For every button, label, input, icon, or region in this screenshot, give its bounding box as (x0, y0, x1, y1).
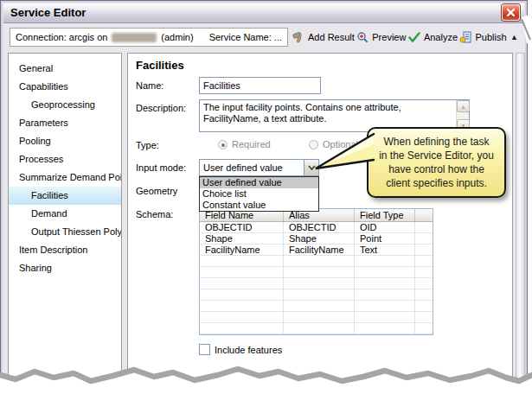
schema-table-body: OBJECTIDOBJECTIDOIDShapeShapePointFacili… (200, 222, 433, 334)
sidebar-item-parameters[interactable]: Parameters (9, 114, 121, 132)
dropdown-option[interactable]: User defined value (200, 177, 318, 188)
preview-label: Preview (372, 32, 406, 42)
table-cell: OBJECTID (200, 222, 284, 233)
table-row[interactable] (200, 256, 433, 267)
table-cell: Shape (200, 233, 284, 245)
table-row[interactable] (200, 289, 433, 301)
sidebar-item-processes[interactable]: Processes (9, 150, 121, 168)
table-row[interactable]: ShapeShapePoint (200, 233, 433, 245)
geometry-label: Geometry (136, 186, 177, 196)
dropdown-option[interactable]: Constant value (200, 200, 318, 211)
sidebar-item-general[interactable]: General (9, 60, 121, 78)
table-cell (415, 245, 433, 256)
table-cell (355, 267, 415, 278)
publish-doc-icon (459, 31, 471, 43)
scroll-up-icon[interactable]: ▲ (457, 100, 470, 112)
radio-selected-icon (218, 140, 228, 149)
table-cell (284, 301, 355, 312)
table-row[interactable] (200, 312, 433, 323)
table-cell (200, 267, 284, 278)
table-row[interactable]: OBJECTIDOBJECTIDOID (200, 222, 433, 233)
callout-tail (310, 132, 377, 174)
sidebar-item-summarize-demand-points-by[interactable]: Summarize Demand Points By (9, 168, 121, 187)
table-cell (355, 323, 415, 334)
dropdown-option[interactable]: Choice list (200, 188, 318, 200)
connection-label: Connection: arcgis on (16, 32, 107, 42)
redacted-server-name (112, 33, 157, 42)
publish-button[interactable]: Publish (459, 31, 506, 43)
sidebar-item-facilities[interactable]: Facilities (9, 187, 121, 205)
add-result-button[interactable]: Add Result (292, 31, 355, 43)
table-cell (355, 256, 415, 267)
column-header[interactable]: Field Type (355, 209, 415, 221)
table-cell: FacilityName (284, 245, 355, 256)
sidebar-item-geoprocessing[interactable]: Geoprocessing (9, 96, 121, 114)
sidebar-item-item-description[interactable]: Item Description (9, 241, 121, 259)
table-cell: OID (355, 222, 415, 233)
table-cell (200, 312, 284, 323)
service-name-label: Service Name: ... (209, 32, 282, 42)
table-cell (415, 312, 433, 323)
sidebar-item-pooling[interactable]: Pooling (9, 132, 121, 150)
main-panel: Facilities Name: Description: The input … (127, 53, 513, 390)
input-mode-combobox[interactable]: User defined value (199, 159, 319, 176)
required-label: Required (232, 139, 271, 149)
table-cell: Point (355, 233, 415, 245)
input-mode-label: Input mode: (136, 162, 186, 173)
hammer-icon (292, 31, 304, 43)
table-cell: Text (355, 245, 415, 256)
analyze-label: Analyze (424, 32, 458, 42)
service-editor-window: Service Editor Connection: arcgis on (ad… (0, 0, 532, 394)
table-row[interactable] (200, 323, 433, 334)
table-cell (415, 278, 433, 289)
input-mode-value: User defined value (203, 162, 283, 173)
table-cell (415, 267, 433, 278)
table-row[interactable] (200, 301, 433, 312)
table-cell (200, 256, 284, 267)
magnifier-plus-icon (356, 31, 369, 43)
schema-table[interactable]: Field NameAliasField Type OBJECTIDOBJECT… (199, 208, 433, 335)
table-cell: Shape (284, 233, 355, 245)
callout-text-line: have control how the (369, 162, 504, 176)
title-bar[interactable]: Service Editor (3, 3, 524, 23)
main-scrollbar-track[interactable] (516, 53, 525, 390)
description-label: Description: (136, 103, 186, 113)
table-cell (355, 301, 415, 312)
input-mode-dropdown-list: User defined valueChoice listConstant va… (199, 176, 319, 212)
callout-text-line: client specifies inputs. (369, 176, 504, 190)
torn-edge-right (529, 0, 532, 394)
toolbar: Add Result Preview Analyze (292, 28, 518, 47)
sidebar-item-output-thiessen-polygons[interactable]: Output Thiessen Polygons (9, 223, 121, 241)
table-row[interactable] (200, 278, 433, 289)
close-icon (506, 8, 516, 17)
toolbar-collapse-arrow[interactable]: ▲ (509, 33, 518, 41)
table-row[interactable]: FacilityNameFacilityNameText (200, 245, 433, 256)
preview-button[interactable]: Preview (356, 31, 406, 43)
table-cell (415, 256, 433, 267)
callout-text-line: When defining the task (369, 135, 504, 149)
analyze-button[interactable]: Analyze (408, 32, 458, 42)
sidebar-nav: GeneralCapabilitiesGeoprocessingParamete… (8, 53, 122, 390)
table-cell: FacilityName (200, 245, 284, 256)
table-cell (200, 289, 284, 301)
sidebar-item-demand[interactable]: Demand (9, 205, 121, 223)
table-cell (415, 222, 433, 233)
column-header[interactable] (415, 209, 433, 221)
table-cell (355, 289, 415, 301)
callout-text-line: in the Service Editor, you (369, 149, 504, 162)
table-cell (284, 267, 355, 278)
torn-edge-bottom (0, 354, 532, 394)
table-cell: OBJECTID (284, 222, 355, 233)
schema-label: Schema: (136, 209, 173, 219)
close-button[interactable] (502, 4, 520, 21)
table-cell (284, 256, 355, 267)
add-result-label: Add Result (308, 32, 355, 42)
sidebar-item-capabilities[interactable]: Capabilities (9, 78, 121, 96)
table-cell (415, 301, 433, 312)
sidebar-item-sharing[interactable]: Sharing (9, 259, 121, 277)
table-cell (355, 312, 415, 323)
window-title: Service Editor (3, 3, 524, 22)
table-row[interactable] (200, 267, 433, 278)
name-input[interactable] (199, 77, 321, 94)
type-required-radio[interactable]: Required (218, 138, 271, 150)
